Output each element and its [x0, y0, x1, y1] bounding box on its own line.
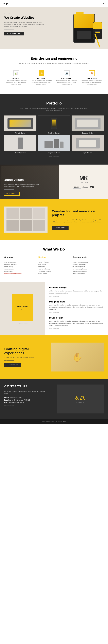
- contact-mail: Mail: template@example.com: [4, 402, 54, 403]
- hero-dot-grid: [4, 13, 10, 14]
- design-item-4: UI/UX & Web Design: [39, 268, 70, 270]
- contact-title: CONTACT US: [4, 384, 54, 388]
- design-item-3: Prototypes: [39, 266, 70, 268]
- brand-item-2: Design: [83, 186, 88, 188]
- contact-description: We are here to meet any business need an…: [4, 390, 48, 394]
- hero-description: Duis aute irure dolor in reprehenderit i…: [4, 21, 45, 28]
- brand-item-3: MK: [90, 186, 94, 189]
- epic-subtitle: Ut enim ad minim veniam, quis nostrud ex…: [18, 62, 90, 64]
- feature-webdesign: 🎨 WEB DESIGN Lorem ipsum dolor sit amet,…: [80, 69, 104, 86]
- hero-tablet: [73, 14, 95, 43]
- strategy-desc: Lorem ipsum dolor sit amet, consectetur …: [6, 80, 27, 85]
- crafting-section: Crafting digital experiences Join the el…: [0, 335, 108, 379]
- portfolio-label-3: Corporate Design: [72, 132, 104, 135]
- mockup-sublabel: ready to use: [18, 308, 26, 310]
- portfolio-item-6[interactable]: Digital Product: [72, 135, 104, 154]
- feature-development: 💻 DEVELOPMENT Lorem ipsum dolor sit amet…: [55, 69, 78, 86]
- construction-cta[interactable]: LEARN MORE: [52, 226, 68, 230]
- dev-item-1: System Architecture Design: [72, 261, 104, 263]
- hero-cta-button[interactable]: VIEW PORTFOLIO: [4, 32, 24, 36]
- mockup-box: MOCKUP ready to use: [12, 294, 33, 321]
- feature-strategy: 📊 STRATEGY Lorem ipsum dolor sit amet, c…: [4, 69, 28, 86]
- portfolio-subtitle: Lorem quisque id diam vel quam elementum…: [18, 107, 90, 112]
- hero-image-credit: Image from Freepik: [4, 28, 48, 30]
- dev-item-2: Full Stack Development: [72, 263, 104, 266]
- portfolio-label-5: Responsive Design: [38, 151, 70, 154]
- strategy-item-1: Analytics and Research: [4, 261, 36, 263]
- service-branding-title: Branding strategy: [49, 286, 104, 289]
- service-logos-desc: Simple text. Click to select the text bo…: [49, 304, 104, 310]
- service-logos-source: Image from Freepik: [49, 312, 59, 313]
- epic-section: Epic design and engineering Ut enim ad m…: [0, 49, 108, 94]
- brand-values-section: Brand Values Lorem ipsum dolor sit amet,…: [0, 164, 108, 199]
- portfolio-item-2[interactable]: Mobile Application: [38, 116, 70, 135]
- hero-devices: [51, 12, 104, 49]
- brand-values-left: Brand Values Lorem ipsum dolor sit amet,…: [0, 164, 59, 199]
- design-item-1: Creative Direction: [39, 261, 70, 263]
- brand-logo-display: MK Design BRAND Design MK: [73, 175, 94, 189]
- nav-logo[interactable]: logo: [3, 2, 8, 5]
- nav-menu-icon[interactable]: ≡: [103, 2, 105, 6]
- crafting-title: Crafting digital experiences: [4, 347, 48, 355]
- footer-copy: Sample text. Click to select the text bo…: [42, 421, 62, 422]
- contact-mail-label: Mail:: [4, 402, 8, 403]
- service-identity-desc: Simple text. Click to select the text bo…: [49, 320, 104, 326]
- brand-logo-sub: Design: [73, 182, 94, 184]
- service-identity-title: Brand identity: [49, 317, 104, 319]
- crafting-content: Crafting digital experiences Join the el…: [4, 347, 48, 367]
- portfolio-item-4[interactable]: Mobile Application: [4, 135, 36, 154]
- hero-phone: [93, 22, 102, 39]
- branding-label: BRANDING: [31, 78, 52, 79]
- development-icon: 💻: [64, 70, 69, 76]
- crafting-image: ✋: [51, 342, 104, 372]
- construction-title: Construction and renovation projects: [52, 210, 104, 217]
- dev-item-4: Performance Optimisation: [72, 268, 104, 270]
- what-col-strategy: Strategy. Analytics and Research Interac…: [4, 256, 36, 275]
- contact-brand-col: & D. DESIGN: [57, 384, 104, 414]
- brand-values-cta[interactable]: LEARN MORE: [3, 192, 20, 196]
- crafting-source: Image from Freepik: [4, 359, 48, 361]
- contact-location-value: 15 Street, Sampa, WI 43025: [12, 399, 30, 401]
- contact-mail-value: template@example.com: [9, 402, 24, 403]
- construction-description: Lorem ipsum dolor sit amet, consectetur …: [52, 219, 104, 223]
- contact-brand-text: & D.: [75, 395, 85, 401]
- branding-desc: Lorem ipsum dolor sit amet, consectetur …: [31, 80, 52, 85]
- service-item-logos: Designing logos Simple text. Click to se…: [49, 300, 104, 314]
- strategy-item-2: Interactive Workshops: [4, 263, 36, 266]
- development-desc: Lorem ipsum dolor sit amet, consectetur …: [56, 80, 77, 85]
- hero-content: We Create Websites Duis aute irure dolor…: [4, 12, 48, 49]
- services-right: Branding strategy Click to select the te…: [45, 282, 108, 335]
- services-left: MOCKUP ready to use Image from Freepik: [0, 282, 45, 335]
- portfolio-item-3[interactable]: Corporate Design: [72, 116, 104, 135]
- mockup-label: MOCKUP: [17, 306, 28, 308]
- strategy-item-6[interactable]: Conversion Rate Optimisation: [4, 272, 36, 275]
- portfolio-title: Portfolio: [4, 101, 104, 106]
- what-grid: Strategy. Analytics and Research Interac…: [4, 256, 104, 275]
- strategy-icon: 📊: [13, 70, 19, 76]
- service-item-branding: Branding strategy Click to select the te…: [49, 286, 104, 298]
- strategy-item-4: Content Strategy: [4, 268, 36, 270]
- what-we-do-title: What We Do: [4, 247, 104, 252]
- brand-mk-text: MK: [73, 175, 94, 181]
- portfolio-item-5[interactable]: Responsive Design: [38, 135, 70, 154]
- what-col-design: Design. Creative Direction Brand Guides …: [39, 256, 70, 275]
- portfolio-item-1[interactable]: Website Design: [4, 116, 36, 135]
- brand-values-description: Lorem ipsum dolor sit amet, consectetur …: [3, 183, 44, 188]
- contact-source: Image from Freepik: [4, 405, 54, 406]
- webdesign-desc: Lorem ipsum dolor sit amet, consectetur …: [81, 80, 102, 85]
- contact-section: CONTACT US We are here to meet any busin…: [0, 379, 108, 419]
- webdesign-label: WEB DESIGN: [81, 78, 102, 79]
- design-col-title: Design.: [39, 256, 70, 259]
- footer-text: Sample text. Click to select the text bo…: [4, 421, 104, 422]
- services-mockup-source: Image from Freepik: [17, 322, 27, 324]
- crafting-cta[interactable]: CONTACT US: [4, 363, 21, 367]
- contact-location: Location: 15 Street, Sampa, WI 43025: [4, 399, 54, 401]
- dev-item-6: Shopify Development: [72, 272, 104, 275]
- services-section: MOCKUP ready to use Image from Freepik B…: [0, 282, 108, 335]
- service-identity-source: Image from Freepik: [49, 328, 59, 329]
- construction-image: [4, 206, 48, 232]
- portfolio-section: Portfolio Lorem quisque id diam vel quam…: [0, 94, 108, 164]
- footer-link[interactable]: Freepik: [63, 421, 66, 422]
- construction-content: Construction and renovation projects Lor…: [52, 210, 104, 230]
- webdesign-icon: 🎨: [89, 70, 95, 76]
